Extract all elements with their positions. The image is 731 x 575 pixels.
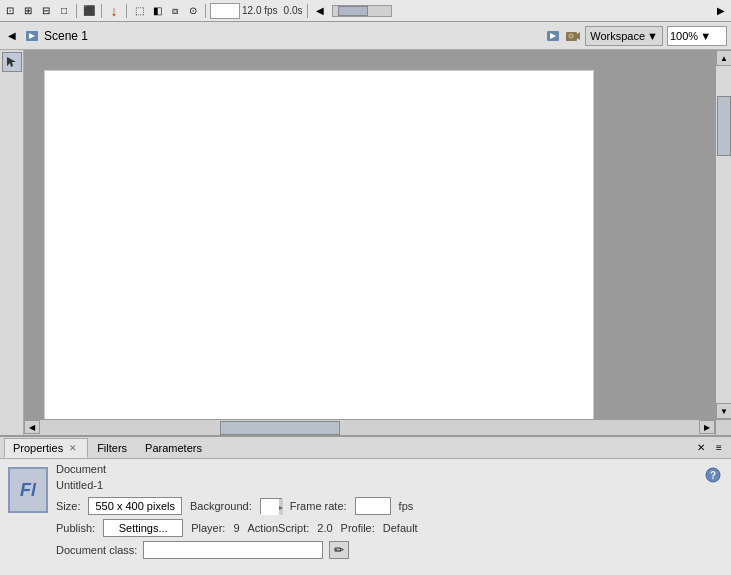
scene-bar-left: ◀ Scene 1 <box>4 28 545 44</box>
pencil-button[interactable]: ✏ <box>329 541 349 559</box>
publish-label: Publish: <box>56 522 95 534</box>
props-row-controls: Size: 550 x 400 pixels Background: Frame… <box>56 497 695 515</box>
zoom-chevron: ▼ <box>700 30 711 42</box>
toolbar-sep-2 <box>101 4 102 18</box>
properties-content: Fl Document Untitled-1 Size: 550 x 400 p… <box>0 459 731 575</box>
tool-icon-2[interactable]: ⊞ <box>20 3 36 19</box>
workspace-dropdown[interactable]: Workspace ▼ <box>585 26 663 46</box>
svg-marker-8 <box>7 57 16 67</box>
profile-value: Default <box>383 522 418 534</box>
size-button[interactable]: 550 x 400 pixels <box>88 497 182 515</box>
player-label: Player: <box>191 522 225 534</box>
canvas-area: ▲ ▼ ◀ ▶ <box>24 50 731 435</box>
toolbar-right-arrow[interactable]: ▶ <box>713 3 729 19</box>
props-main: Document Untitled-1 Size: 550 x 400 pixe… <box>56 463 695 559</box>
profile-label: Profile: <box>341 522 375 534</box>
vertical-scrollbar[interactable]: ▲ ▼ <box>715 50 731 419</box>
tab-properties[interactable]: Properties ✕ <box>4 438 88 458</box>
doc-name-label: Untitled-1 <box>56 479 103 491</box>
workspace-label: Workspace <box>590 30 645 42</box>
horizontal-scrollbar[interactable]: ◀ ▶ <box>24 419 715 435</box>
doc-type-label: Document <box>56 463 106 475</box>
main-area: ▲ ▼ ◀ ▶ <box>0 50 731 435</box>
svg-text:?: ? <box>710 470 716 481</box>
fps-label: fps <box>399 500 414 512</box>
tab-filters[interactable]: Filters <box>88 438 136 458</box>
play-back-icon[interactable]: ◀ <box>312 3 328 19</box>
frame-input[interactable]: 1 <box>210 3 240 19</box>
size-label: Size: <box>56 500 80 512</box>
scroll-left-btn[interactable]: ◀ <box>24 420 40 434</box>
tool-icon-3[interactable]: ⊟ <box>38 3 54 19</box>
workspace-chevron: ▼ <box>647 30 658 42</box>
background-label: Background: <box>190 500 252 512</box>
frame-rate-input[interactable]: 12 <box>355 497 391 515</box>
props-row-docclass: Document class: ✏ <box>56 541 695 559</box>
scroll-up-btn[interactable]: ▲ <box>716 50 731 66</box>
scroll-thumb-h[interactable] <box>220 421 340 435</box>
tool-icon-red[interactable]: ↓ <box>106 3 122 19</box>
settings-button[interactable]: Settings... <box>103 519 183 537</box>
tab-parameters[interactable]: Parameters <box>136 438 211 458</box>
camera-icon[interactable] <box>565 28 581 44</box>
tab-properties-label: Properties <box>13 442 63 454</box>
scroll-corner <box>715 419 731 435</box>
actionscript-label: ActionScript: <box>248 522 310 534</box>
scene-icon <box>24 28 40 44</box>
help-icon-btn[interactable]: ? <box>705 467 721 483</box>
fl-logo: Fl <box>8 467 48 513</box>
toolbar-sep-4 <box>205 4 206 18</box>
stage-canvas <box>44 70 594 435</box>
top-toolbar: ⊡ ⊞ ⊟ □ ⬛ ↓ ⬚ ◧ ⧈ ⊙ 1 12.0 fps 0.0s ◀ ▶ <box>0 0 731 22</box>
tool-select[interactable] <box>2 52 22 72</box>
doc-class-input[interactable] <box>143 541 323 559</box>
fps-display: 12.0 fps <box>242 5 278 16</box>
zoom-dropdown[interactable]: 100% ▼ <box>667 26 727 46</box>
svg-point-7 <box>570 34 573 37</box>
tool-icon-7[interactable]: ◧ <box>149 3 165 19</box>
props-row-1: Document <box>56 463 695 475</box>
toolbar-sep-1 <box>76 4 77 18</box>
panel-right-icons: ✕ ≡ <box>693 440 727 456</box>
player-value: 9 <box>233 522 239 534</box>
toolbar-sep-3 <box>126 4 127 18</box>
bottom-panel: Properties ✕ Filters Parameters ✕ ≡ Fl D… <box>0 435 731 575</box>
panel-close-icon[interactable]: ✕ <box>693 440 709 456</box>
frame-rate-label: Frame rate: <box>290 500 347 512</box>
tab-parameters-label: Parameters <box>145 442 202 454</box>
actionscript-value: 2.0 <box>317 522 332 534</box>
scroll-track-v[interactable] <box>716 66 731 403</box>
tool-icon-9[interactable]: ⊙ <box>185 3 201 19</box>
scene-bar: ◀ Scene 1 Workspace ▼ <box>0 22 731 50</box>
tab-properties-close[interactable]: ✕ <box>67 443 79 453</box>
scroll-right-btn[interactable]: ▶ <box>699 420 715 434</box>
background-color-swatch[interactable] <box>260 498 282 514</box>
scroll-track-h[interactable] <box>40 420 699 435</box>
doc-class-label: Document class: <box>56 544 137 556</box>
props-row-2: Untitled-1 <box>56 479 695 491</box>
zoom-value: 100% <box>670 30 698 42</box>
tool-icon-4[interactable]: □ <box>56 3 72 19</box>
scene-bar-right: Workspace ▼ 100% ▼ <box>545 26 727 46</box>
pencil-icon: ✏ <box>334 543 344 557</box>
tool-icon-5[interactable]: ⬛ <box>81 3 97 19</box>
toolbar-sep-5 <box>307 4 308 18</box>
tool-icon-6[interactable]: ⬚ <box>131 3 147 19</box>
right-panel-icons: ? <box>703 463 723 487</box>
scroll-thumb-v[interactable] <box>717 96 731 156</box>
toolbar-scrollbar[interactable] <box>332 5 392 17</box>
tool-icon-1[interactable]: ⊡ <box>2 3 18 19</box>
back-icon[interactable]: ◀ <box>4 28 20 44</box>
svg-marker-5 <box>577 32 580 40</box>
scene-icon-2[interactable] <box>545 28 561 44</box>
panel-tabs: Properties ✕ Filters Parameters ✕ ≡ <box>0 437 731 459</box>
scroll-down-btn[interactable]: ▼ <box>716 403 731 419</box>
props-row-publish: Publish: Settings... Player: 9 ActionScr… <box>56 519 695 537</box>
left-tool-panel <box>0 50 24 435</box>
tab-filters-label: Filters <box>97 442 127 454</box>
tool-icon-8[interactable]: ⧈ <box>167 3 183 19</box>
time-display: 0.0s <box>284 5 303 16</box>
scene-title: Scene 1 <box>44 29 88 43</box>
panel-menu-icon[interactable]: ≡ <box>711 440 727 456</box>
